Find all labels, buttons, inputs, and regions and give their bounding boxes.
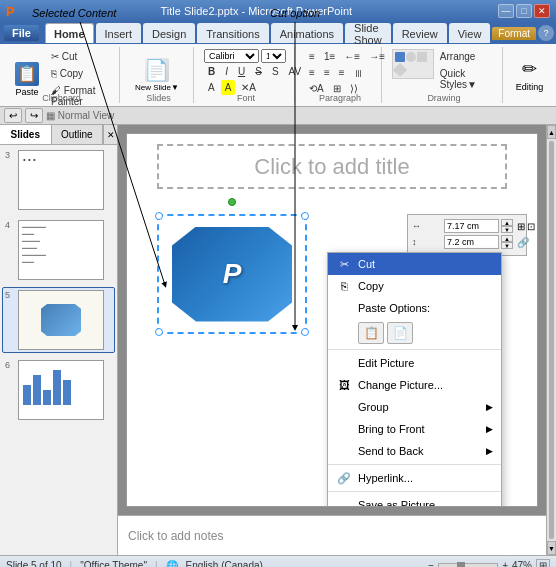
- new-slide-button[interactable]: 📄 New Slide▼: [130, 55, 184, 95]
- slide-content-area: Click to add title P: [118, 125, 546, 555]
- copy-button[interactable]: ⎘ Copy: [47, 66, 113, 81]
- decrease-indent-button[interactable]: ←≡: [340, 49, 364, 64]
- logo-shape: P: [172, 227, 292, 322]
- app-icon: P: [6, 4, 15, 19]
- shapes-gallery[interactable]: [392, 49, 434, 79]
- tab-format[interactable]: Format: [492, 27, 536, 40]
- ctx-save-as-picture[interactable]: Save as Picture...: [328, 494, 501, 507]
- scroll-thumb[interactable]: [549, 141, 554, 539]
- scroll-down-button[interactable]: ▼: [547, 541, 556, 555]
- rotation-handle[interactable]: [228, 198, 236, 206]
- fit-to-window-button[interactable]: ⊞: [536, 559, 550, 567]
- handle-bl[interactable]: [155, 328, 163, 336]
- ctx-edit-picture[interactable]: Edit Picture: [328, 352, 501, 374]
- paragraph-group: ≡ 1≡ ←≡ →≡ ≡ ≡ ≡ ⫼ ⟲A ⊞ ⟩⟩ Paragraph: [299, 47, 382, 103]
- paste-merge-format[interactable]: 📄: [387, 322, 413, 344]
- italic-button[interactable]: I: [221, 64, 232, 79]
- handle-tr[interactable]: [301, 212, 309, 220]
- slides-group: 📄 New Slide▼ Slides: [124, 47, 194, 103]
- slide-thumb-3[interactable]: 3 • • •: [2, 147, 115, 213]
- width-spin-down[interactable]: ▼: [501, 226, 513, 233]
- tab-file[interactable]: File: [4, 25, 39, 41]
- align-right-button[interactable]: ≡: [335, 65, 349, 80]
- font-size-select[interactable]: 18: [261, 49, 286, 63]
- ctx-paste-options-label: Paste Options:: [328, 297, 501, 319]
- bullets-button[interactable]: ≡: [305, 49, 319, 64]
- ctx-bring-front-label: Bring to Front: [358, 423, 425, 435]
- height-spin-up[interactable]: ▲: [501, 235, 513, 242]
- width-input[interactable]: [444, 219, 499, 233]
- close-button[interactable]: ✕: [534, 4, 550, 18]
- tab-review[interactable]: Review: [393, 23, 447, 43]
- slide-preview-6: [18, 360, 104, 420]
- quick-styles-button[interactable]: Quick Styles▼: [436, 66, 496, 92]
- numbering-button[interactable]: 1≡: [320, 49, 339, 64]
- zoom-slider[interactable]: [457, 562, 465, 568]
- view-label: ▦ Normal View: [46, 110, 114, 121]
- scrollbar-vertical[interactable]: ▲ ▼: [546, 125, 556, 555]
- paste-keep-source[interactable]: 📋: [358, 322, 384, 344]
- ctx-hyperlink[interactable]: 🔗 Hyperlink...: [328, 467, 501, 489]
- help-button[interactable]: ?: [538, 25, 554, 41]
- strikethrough-button[interactable]: S: [251, 64, 266, 79]
- quick-access-bar: ↩ ↪ ▦ Normal View: [0, 107, 556, 125]
- notes-placeholder: Click to add notes: [128, 529, 223, 543]
- tab-insert[interactable]: Insert: [96, 23, 142, 43]
- tab-home[interactable]: Home: [45, 23, 94, 43]
- slide-thumb-6[interactable]: 6: [2, 357, 115, 423]
- columns-button[interactable]: ⫼: [350, 65, 368, 80]
- bold-button[interactable]: B: [204, 64, 219, 79]
- slides-tab[interactable]: Slides: [0, 125, 52, 144]
- ctx-copy[interactable]: ⎘ Copy: [328, 275, 501, 297]
- ctx-send-back-label: Send to Back: [358, 445, 423, 457]
- title-bar: P Title Slide2.pptx - Microsoft PowerPoi…: [0, 0, 556, 22]
- ctx-save-as-picture-label: Save as Picture...: [358, 499, 444, 507]
- group-icon: [336, 399, 352, 415]
- slide-thumb-4[interactable]: 4 ━━━━━━━━ ━━━━ ━━━━━━ ━━━━━ ━━━━━━━━ ━━…: [2, 217, 115, 283]
- ctx-group[interactable]: Group ▶: [328, 396, 501, 418]
- ctx-send-to-back[interactable]: Send to Back ▶: [328, 440, 501, 462]
- title-placeholder[interactable]: Click to add title: [157, 144, 507, 189]
- tab-slideshow[interactable]: Slide Show: [345, 23, 391, 43]
- ctx-change-picture[interactable]: 🖼 Change Picture...: [328, 374, 501, 396]
- font-group: Calibri 18 B I U S S AV A A ✕A Font: [198, 47, 295, 103]
- ctx-bring-to-front[interactable]: Bring to Front ▶: [328, 418, 501, 440]
- tab-animations[interactable]: Animations: [271, 23, 343, 43]
- outline-tab[interactable]: Outline: [52, 125, 104, 144]
- paste-icon: 📋: [15, 62, 39, 86]
- arrange-button[interactable]: Arrange: [436, 49, 496, 64]
- minimize-button[interactable]: —: [498, 4, 514, 18]
- align-center-button[interactable]: ≡: [320, 65, 334, 80]
- tab-view[interactable]: View: [449, 23, 491, 43]
- font-family-select[interactable]: Calibri: [204, 49, 259, 63]
- ctx-cut[interactable]: ✂ Cut: [328, 253, 501, 275]
- underline-button[interactable]: U: [234, 64, 249, 79]
- ctx-cut-label: Cut: [358, 258, 375, 270]
- ribbon-content: 📋 Paste ✂ Cut ⎘ Copy 🖌 Format Painter Cl…: [0, 44, 556, 106]
- zoom-in-button[interactable]: +: [502, 560, 508, 567]
- notes-area[interactable]: Click to add notes: [118, 515, 546, 555]
- theme-name: "Office Theme": [80, 560, 147, 567]
- undo-button[interactable]: ↩: [4, 108, 22, 123]
- redo-button[interactable]: ↪: [25, 108, 43, 123]
- scroll-up-button[interactable]: ▲: [547, 125, 556, 139]
- context-menu: ✂ Cut ⎘ Copy Paste Options: 📋 📄: [327, 252, 502, 507]
- width-spin-up[interactable]: ▲: [501, 219, 513, 226]
- tab-transitions[interactable]: Transitions: [197, 23, 268, 43]
- close-panel-button[interactable]: ✕: [103, 125, 117, 144]
- cut-button[interactable]: ✂ Cut: [47, 49, 113, 64]
- slide-thumb-5[interactable]: 5: [2, 287, 115, 353]
- height-spin-down[interactable]: ▼: [501, 242, 513, 249]
- zoom-out-button[interactable]: −: [428, 560, 434, 567]
- save-picture-icon: [336, 497, 352, 507]
- slides-list: 3 • • • 4 ━━━━━━━━ ━━━━ ━━━━━━ ━━━━━ ━━: [0, 145, 117, 555]
- copy-icon-1: ⊞: [517, 221, 525, 232]
- tab-design[interactable]: Design: [143, 23, 195, 43]
- align-left-button[interactable]: ≡: [305, 65, 319, 80]
- shadow-button[interactable]: S: [268, 64, 283, 79]
- handle-br[interactable]: [301, 328, 309, 336]
- zoom-level: 47%: [512, 560, 532, 567]
- height-input[interactable]: [444, 235, 499, 249]
- maximize-button[interactable]: □: [516, 4, 532, 18]
- clipboard-label: Clipboard: [4, 93, 119, 103]
